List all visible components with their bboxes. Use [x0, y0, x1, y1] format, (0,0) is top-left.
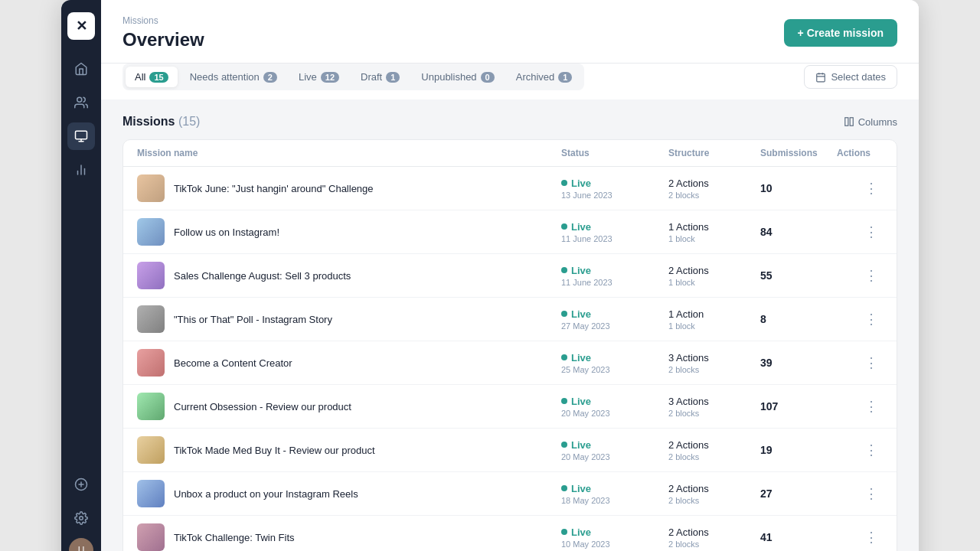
sidebar-bottom: U	[67, 471, 95, 551]
table-row[interactable]: Become a Content Creator Live 25 May 202…	[123, 341, 897, 385]
filter-bar: All 15Needs attention 2Live 12Draft 1Unp…	[101, 64, 919, 99]
actions-cell: ⋮	[837, 308, 883, 331]
mission-name: Become a Content Creator	[174, 357, 292, 369]
mission-thumbnail	[137, 305, 165, 333]
status-dot	[561, 223, 567, 230]
more-button[interactable]: ⋮	[860, 308, 883, 331]
status-date: 18 May 2023	[561, 496, 668, 505]
mission-thumbnail	[137, 523, 165, 551]
filter-tab-archived[interactable]: Archived 1	[507, 67, 582, 87]
filter-tab-draft[interactable]: Draft 1	[351, 67, 409, 87]
status-cell: Live 18 May 2023	[561, 483, 668, 505]
mission-name: Current Obsession - Review our product	[174, 401, 351, 412]
filter-tab-needs-attention[interactable]: Needs attention 2	[181, 67, 286, 87]
sidebar-item-analytics[interactable]	[67, 156, 95, 184]
table-row[interactable]: TikTok June: "Just hangin' around" Chall…	[123, 167, 897, 210]
svg-rect-1	[76, 131, 87, 139]
table-row[interactable]: Current Obsession - Review our product L…	[123, 385, 897, 429]
structure-actions: 2 Actions	[668, 483, 760, 494]
svg-point-10	[80, 517, 83, 520]
status-live: Live	[561, 265, 668, 276]
structure-blocks: 1 block	[668, 321, 760, 331]
th-status: Status	[561, 148, 668, 158]
actions-cell: ⋮	[837, 482, 883, 505]
select-dates-button[interactable]: Select dates	[804, 65, 897, 89]
table-row[interactable]: TikTok Made Med Buy It - Review our prod…	[123, 429, 897, 472]
mission-thumbnail	[137, 262, 165, 289]
filter-tab-unpublished[interactable]: Unpublished 0	[412, 67, 503, 87]
status-date: 27 May 2023	[561, 321, 668, 331]
tab-label: Live	[299, 71, 317, 83]
more-button[interactable]: ⋮	[860, 395, 883, 418]
page-title: Overview	[122, 29, 204, 51]
filter-tab-all[interactable]: All 15	[126, 67, 178, 87]
structure-cell: 3 Actions 2 blocks	[668, 396, 760, 418]
create-mission-button[interactable]: + Create mission	[784, 19, 897, 47]
table-row[interactable]: Sales Challenge August: Sell 3 products …	[123, 254, 897, 298]
status-label: Live	[571, 178, 591, 189]
tab-label: Needs attention	[190, 71, 260, 83]
structure-cell: 1 Actions 1 block	[668, 221, 760, 243]
filter-tab-live[interactable]: Live 12	[289, 67, 348, 87]
table-row[interactable]: Unbox a product on your Instagram Reels …	[123, 472, 897, 516]
table-row[interactable]: Follow us on Instagram! Live 11 June 202…	[123, 210, 897, 254]
status-cell: Live 27 May 2023	[561, 308, 668, 331]
table-row[interactable]: TikTok Challenge: Twin Fits Live 10 May …	[123, 516, 897, 551]
sidebar-logo: ✕	[67, 12, 95, 40]
sidebar-item-missions[interactable]	[67, 122, 95, 150]
sidebar-item-users[interactable]	[67, 89, 95, 116]
mission-name: Unbox a product on your Instagram Reels	[174, 488, 358, 500]
tab-badge: 0	[481, 72, 495, 83]
status-label: Live	[571, 527, 591, 538]
more-button[interactable]: ⋮	[860, 526, 883, 549]
status-live: Live	[561, 396, 668, 407]
tab-label: Unpublished	[421, 71, 476, 83]
status-date: 11 June 2023	[561, 234, 668, 243]
structure-actions: 3 Actions	[668, 396, 760, 407]
svg-rect-15	[844, 118, 848, 126]
structure-actions: 3 Actions	[668, 352, 760, 364]
actions-cell: ⋮	[837, 351, 883, 374]
svg-point-0	[77, 97, 82, 102]
status-live: Live	[561, 308, 668, 320]
sidebar-item-home[interactable]	[67, 55, 95, 83]
mission-name: Sales Challenge August: Sell 3 products	[174, 270, 351, 282]
structure-actions: 1 Action	[668, 308, 760, 320]
more-button[interactable]: ⋮	[860, 351, 883, 374]
actions-cell: ⋮	[837, 526, 883, 549]
mission-name-cell: Unbox a product on your Instagram Reels	[137, 480, 561, 507]
more-button[interactable]: ⋮	[860, 439, 883, 461]
svg-rect-11	[817, 73, 825, 82]
th-actions: Actions	[837, 148, 883, 158]
status-dot	[561, 180, 567, 186]
structure-blocks: 2 blocks	[668, 365, 760, 374]
sidebar-add-button[interactable]	[67, 471, 95, 498]
columns-button[interactable]: Columns	[844, 116, 897, 128]
avatar[interactable]: U	[69, 538, 93, 551]
table-row[interactable]: "This or That" Poll - Instagram Story Li…	[123, 298, 897, 341]
structure-blocks: 2 blocks	[668, 409, 760, 418]
structure-actions: 2 Actions	[668, 527, 760, 538]
mission-thumbnail	[137, 218, 165, 246]
sidebar-settings-button[interactable]	[67, 504, 95, 532]
table-header: Mission name Status Structure Submission…	[123, 140, 897, 167]
mission-name: TikTok Challenge: Twin Fits	[174, 532, 295, 543]
submissions-cell: 27	[760, 487, 837, 500]
more-button[interactable]: ⋮	[860, 177, 883, 200]
svg-rect-16	[850, 118, 853, 126]
submissions-cell: 107	[760, 400, 837, 412]
sidebar: ✕ U	[61, 0, 101, 551]
status-dot	[561, 267, 567, 273]
mission-name-cell: Sales Challenge August: Sell 3 products	[137, 262, 561, 289]
status-date: 20 May 2023	[561, 409, 668, 418]
structure-actions: 1 Actions	[668, 221, 760, 233]
more-button[interactable]: ⋮	[860, 220, 883, 243]
more-button[interactable]: ⋮	[860, 482, 883, 505]
th-structure: Structure	[668, 148, 760, 158]
th-submissions: Submissions	[760, 148, 837, 158]
status-cell: Live 13 June 2023	[561, 178, 668, 200]
mission-name-cell: Become a Content Creator	[137, 349, 561, 377]
more-button[interactable]: ⋮	[860, 264, 883, 287]
status-label: Live	[571, 308, 591, 320]
missions-title-group: Missions (15)	[122, 115, 200, 129]
